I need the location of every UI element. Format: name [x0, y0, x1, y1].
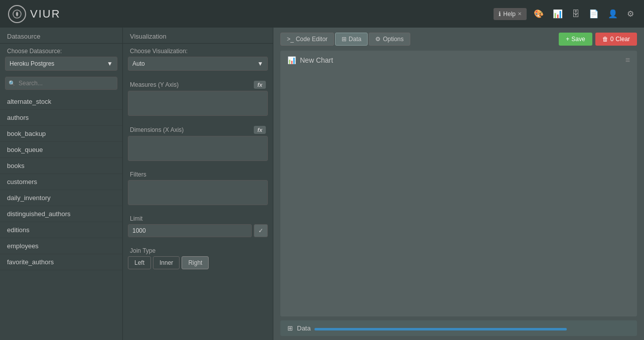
- limit-confirm-button[interactable]: ✓: [254, 224, 268, 237]
- chart-title: New Chart: [300, 56, 333, 64]
- logo-text: VIUR: [30, 8, 61, 21]
- join-type-row: Left Inner Right: [128, 256, 268, 269]
- dropdown-arrow-icon: ▼: [257, 60, 263, 67]
- viz-value: Auto: [132, 60, 145, 67]
- trash-icon: 🗑: [602, 36, 608, 43]
- chart-actions: + Save 🗑 0 Clear: [559, 33, 637, 46]
- new-chart-icon: 📊: [287, 56, 296, 64]
- join-right-button[interactable]: Right: [182, 256, 209, 269]
- list-item[interactable]: daily_inventory: [0, 190, 122, 206]
- right-panel: >_ Code Editor ⊞ Data ⚙ Options + Save: [273, 28, 644, 340]
- join-inner-button[interactable]: Inner: [153, 256, 180, 269]
- code-editor-icon: >_: [287, 36, 294, 43]
- limit-label: Limit: [123, 212, 273, 224]
- logo-area: VIUR: [8, 5, 61, 23]
- filters-label: Filters: [123, 168, 273, 180]
- clear-button[interactable]: 🗑 0 Clear: [595, 33, 637, 46]
- join-type-label: Join Type: [123, 244, 273, 256]
- tab-options[interactable]: ⚙ Options: [369, 33, 410, 46]
- search-box: 🔍: [5, 77, 117, 90]
- table-list: alternate_stock authors book_backup book…: [0, 94, 122, 340]
- datasource-select[interactable]: Heroku Postgres ▼: [5, 57, 117, 71]
- chart-tabs: >_ Code Editor ⊞ Data ⚙ Options: [280, 33, 410, 46]
- dimensions-label: Dimensions (X Axis) fx: [123, 123, 273, 136]
- search-input[interactable]: [5, 77, 117, 90]
- main-layout: Datasource Choose Datasource: Heroku Pos…: [0, 28, 644, 340]
- help-icon: ℹ: [499, 11, 501, 18]
- chart-title-bar: 📊 New Chart ≡: [280, 51, 637, 70]
- measures-fx-button[interactable]: fx: [254, 81, 266, 89]
- save-button[interactable]: + Save: [559, 33, 592, 46]
- nav-right: ℹ Help ✕ 🎨 📊 🗄 📄 👤 ⚙: [494, 7, 636, 21]
- chart-toolbar: >_ Code Editor ⊞ Data ⚙ Options + Save: [273, 28, 644, 51]
- list-item[interactable]: favorite_authors: [0, 254, 122, 270]
- limit-input[interactable]: [128, 224, 252, 237]
- filters-input-area[interactable]: [128, 180, 268, 205]
- viz-select[interactable]: Auto ▼: [128, 57, 268, 71]
- dropdown-arrow-icon: ▼: [107, 60, 113, 67]
- viur-logo-icon: [8, 5, 26, 23]
- choose-datasource-label: Choose Datasource:: [0, 44, 122, 57]
- chart-icon[interactable]: 📊: [551, 7, 565, 21]
- list-item[interactable]: alternate_stock: [0, 94, 122, 110]
- datasource-value: Heroku Postgres: [10, 60, 54, 67]
- settings-icon[interactable]: ⚙: [625, 7, 636, 21]
- top-nav: VIUR ℹ Help ✕ 🎨 📊 🗄 📄 👤 ⚙: [0, 0, 644, 28]
- limit-row: ✓: [128, 224, 268, 237]
- dimensions-fx-button[interactable]: fx: [254, 126, 266, 134]
- help-close-icon[interactable]: ✕: [518, 11, 522, 17]
- list-item[interactable]: customers: [0, 174, 122, 190]
- search-icon: 🔍: [9, 80, 16, 87]
- data-section-label: Data: [297, 324, 310, 332]
- measures-label: Measures (Y Axis) fx: [123, 78, 273, 91]
- plus-icon: +: [566, 36, 569, 43]
- data-section: ⊞ Data: [280, 320, 637, 336]
- join-left-button[interactable]: Left: [128, 256, 151, 269]
- left-panel: Datasource Choose Datasource: Heroku Pos…: [0, 28, 123, 340]
- data-progress-bar: [314, 328, 567, 330]
- list-item[interactable]: book_backup: [0, 126, 122, 142]
- clear-count: 0: [610, 36, 614, 43]
- dimensions-input-area[interactable]: [128, 136, 268, 161]
- data-section-grid-icon: ⊞: [287, 324, 293, 332]
- list-item[interactable]: editions: [0, 222, 122, 238]
- tab-data[interactable]: ⊞ Data: [335, 33, 368, 46]
- datasource-header: Datasource: [0, 28, 122, 44]
- database-icon[interactable]: 🗄: [570, 8, 582, 21]
- document-icon[interactable]: 📄: [587, 7, 601, 21]
- chart-title-group: 📊 New Chart: [287, 56, 333, 64]
- mid-panel: Visualization Choose Visualization: Auto…: [123, 28, 273, 340]
- help-button[interactable]: ℹ Help ✕: [494, 8, 527, 20]
- chart-menu-icon[interactable]: ≡: [625, 56, 630, 65]
- list-item[interactable]: employees: [0, 238, 122, 254]
- palette-icon[interactable]: 🎨: [532, 7, 546, 21]
- measures-input-area[interactable]: [128, 91, 268, 116]
- help-label: Help: [503, 11, 516, 18]
- list-item[interactable]: distinguished_authors: [0, 206, 122, 222]
- list-item[interactable]: book_queue: [0, 142, 122, 158]
- list-item[interactable]: books: [0, 158, 122, 174]
- options-gear-icon: ⚙: [375, 36, 381, 43]
- data-grid-icon: ⊞: [342, 36, 347, 43]
- tab-code-editor[interactable]: >_ Code Editor: [280, 33, 334, 46]
- visualization-header: Visualization: [123, 28, 273, 44]
- chart-area: 📊 New Chart ≡: [280, 51, 637, 316]
- list-item[interactable]: authors: [0, 110, 122, 126]
- user-icon[interactable]: 👤: [606, 7, 620, 21]
- choose-viz-label: Choose Visualization:: [123, 44, 273, 57]
